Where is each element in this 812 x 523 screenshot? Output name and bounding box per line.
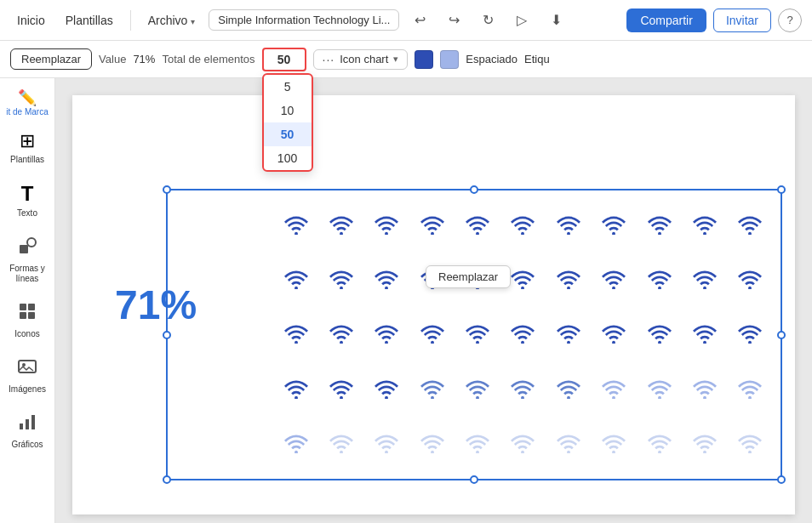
redo-icon[interactable]: ↪ <box>440 7 467 34</box>
toolbar: Reemplazar Value 71% Total de elementos … <box>0 41 812 78</box>
share-button[interactable]: Compartir <box>626 9 706 32</box>
main-area: ✏️ it de Marca ⊞ Plantillas T Texto Form… <box>0 78 812 523</box>
sidebar-iconos-label: Iconos <box>14 329 39 339</box>
dropdown-option-5[interactable]: 5 <box>264 75 312 99</box>
handle-tr[interactable] <box>777 185 786 194</box>
svg-rect-0 <box>20 245 28 253</box>
svg-rect-2 <box>20 304 26 310</box>
value-label: Value <box>99 53 126 65</box>
handle-mr[interactable] <box>777 331 786 339</box>
dropdown-option-10[interactable]: 10 <box>264 99 312 122</box>
sidebar-formas-label: Formas ylíneas <box>9 264 45 284</box>
top-nav: Inicio Plantillas Archivo ▾ Simple Infor… <box>0 0 812 41</box>
sidebar-graficos-label: Gráficos <box>11 440 43 450</box>
nav-divider <box>130 10 131 31</box>
nav-plantillas[interactable]: Plantillas <box>59 10 120 31</box>
canvas-replace-button[interactable]: Reemplazar <box>426 265 511 288</box>
total-dropdown-wrap: 5 10 50 100 <box>262 48 306 71</box>
total-dropdown-menu: 5 10 50 100 <box>262 73 313 172</box>
formas-icon <box>17 236 37 261</box>
nav-inicio[interactable]: Inicio <box>10 10 52 31</box>
sidebar-imagenes-label: Imágenes <box>9 384 46 395</box>
dropdown-option-50[interactable]: 50 <box>264 122 312 146</box>
download-icon[interactable]: ⬇ <box>542 7 569 34</box>
handle-br[interactable] <box>777 475 786 484</box>
iconos-icon <box>17 301 37 327</box>
brand-label: it de Marca <box>6 107 48 117</box>
canvas-page: 71% <box>72 95 795 514</box>
svg-rect-10 <box>31 415 35 429</box>
handle-tm[interactable] <box>470 185 478 194</box>
sidebar-item-imagenes[interactable]: Imágenes <box>3 350 52 401</box>
handle-ml[interactable] <box>163 331 171 339</box>
texto-icon: T <box>21 182 34 206</box>
color-swatch-secondary[interactable] <box>440 50 459 69</box>
plantillas-icon: ⊞ <box>20 130 35 152</box>
graficos-icon <box>17 412 37 437</box>
sidebar-item-iconos[interactable]: Iconos <box>3 294 52 346</box>
chart-type-chevron-icon: ▾ <box>393 54 398 65</box>
sidebar-item-formas[interactable]: Formas ylíneas <box>3 229 52 291</box>
dropdown-option-100[interactable]: 100 <box>264 146 312 170</box>
sidebar-plantillas-label: Plantillas <box>10 155 44 165</box>
sidebar-item-texto[interactable]: T Texto <box>3 175 52 225</box>
value-display: 71% <box>133 53 155 65</box>
replace-button[interactable]: Reemplazar <box>10 48 92 70</box>
svg-rect-3 <box>28 304 35 310</box>
selection-box <box>166 189 782 480</box>
sidebar-texto-label: Texto <box>17 208 37 219</box>
total-input[interactable] <box>262 48 306 71</box>
chart-type-icon: ··· <box>323 53 335 66</box>
imagenes-icon <box>17 356 37 382</box>
chart-type-label: Icon chart <box>340 53 388 65</box>
nav-archivo[interactable]: Archivo ▾ <box>141 10 203 31</box>
handle-bl[interactable] <box>163 475 171 484</box>
sidebar-item-plantillas[interactable]: ⊞ Plantillas <box>3 123 52 172</box>
sidebar-brand[interactable]: ✏️ it de Marca <box>3 85 51 120</box>
document-title[interactable]: Simple Information Technology Li... <box>209 9 399 31</box>
etiq-label: Etiqu <box>524 53 550 65</box>
chart-type-selector[interactable]: ··· Icon chart ▾ <box>313 49 409 70</box>
svg-point-1 <box>27 238 36 247</box>
help-button[interactable]: ? <box>778 9 802 32</box>
sync-icon[interactable]: ↻ <box>474 7 501 34</box>
archivo-chevron-icon: ▾ <box>191 17 195 26</box>
undo-icon[interactable]: ↩ <box>406 7 433 34</box>
sidebar: ✏️ it de Marca ⊞ Plantillas T Texto Form… <box>0 78 55 523</box>
svg-rect-9 <box>26 419 29 429</box>
svg-rect-4 <box>20 312 26 319</box>
color-swatch-primary[interactable] <box>415 50 433 69</box>
svg-rect-5 <box>28 312 35 319</box>
spacing-label: Espaciado <box>466 53 518 65</box>
present-icon[interactable]: ▷ <box>508 7 535 34</box>
svg-rect-8 <box>20 424 23 429</box>
total-label: Total de elementos <box>162 53 254 65</box>
handle-bm[interactable] <box>470 475 478 484</box>
invite-button[interactable]: Invitar <box>713 9 771 32</box>
sidebar-item-graficos[interactable]: Gráficos <box>3 405 52 457</box>
handle-tl[interactable] <box>163 185 171 194</box>
canvas-area[interactable]: 71% <box>55 78 812 523</box>
